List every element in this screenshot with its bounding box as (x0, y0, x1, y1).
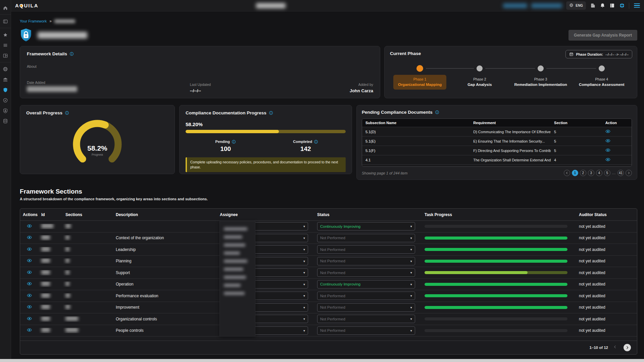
chevron-down-icon: ▾ (410, 236, 412, 240)
section-row: Context of the organization▾Not Performe… (20, 232, 637, 244)
sidebar-divider (0, 14, 11, 15)
next-page-button[interactable] (624, 344, 631, 351)
sidebar-item-bank-icon[interactable] (3, 76, 8, 82)
pagination-page-5[interactable]: 5 (604, 170, 610, 176)
sidebar-item-compass-icon[interactable] (3, 97, 8, 103)
added-by-block: Added by John Carza (350, 83, 373, 93)
view-section-eye-icon[interactable] (27, 304, 32, 310)
status-select[interactable]: Not Performed▾ (317, 326, 415, 335)
view-document-eye-icon[interactable] (605, 138, 611, 144)
auditor-status: not yet audited (576, 282, 637, 287)
phase-step-4: Phase 4Compliance Assessment (572, 65, 632, 90)
redacted-topbar-link-1[interactable] (503, 3, 527, 8)
sidebar-item-user-shield-icon[interactable] (3, 108, 8, 113)
status-select[interactable]: Not Performed▾ (317, 292, 415, 300)
info-icon[interactable] (314, 140, 318, 144)
view-section-eye-icon[interactable] (27, 316, 32, 321)
completed-value: 142 (266, 145, 346, 153)
info-icon[interactable] (65, 111, 69, 115)
sidebar-item-board-icon[interactable] (3, 53, 8, 58)
redacted-section-id (41, 281, 50, 286)
sidebar-item-shield-icon[interactable] (3, 87, 8, 93)
redacted-section-id (41, 305, 50, 309)
status-select[interactable]: Not Performed▾ (317, 257, 415, 265)
task-progress-bar (425, 248, 567, 251)
status-select[interactable]: Not Performed▾ (317, 234, 415, 242)
view-document-eye-icon[interactable] (605, 166, 611, 167)
info-icon[interactable] (269, 111, 273, 115)
status-select[interactable]: Not Performed▾ (317, 245, 415, 254)
view-section-eye-icon[interactable] (27, 235, 32, 240)
menu-toggle-icon[interactable] (633, 3, 641, 9)
sections-table-header: ActionsIdSectionsDescriptionAssigneeStat… (20, 209, 637, 221)
view-document-eye-icon[interactable] (605, 157, 611, 162)
bottom-scrollbar[interactable] (0, 359, 644, 362)
pagination-page-41[interactable]: 41 (617, 170, 624, 176)
cards-row-1: Framework Details About Date Added Last … (20, 46, 637, 98)
view-document-eye-icon[interactable] (605, 129, 611, 134)
brand-prefix: A (15, 3, 19, 8)
phase-dot (599, 65, 605, 71)
language-selector[interactable]: ENG (566, 1, 586, 10)
chevron-right-icon (625, 345, 630, 350)
phase-stepper: Phase 1Organizational MappingPhase 2Gap … (390, 65, 632, 90)
sidebar-item-globe-icon[interactable] (3, 66, 8, 72)
pagination-next-icon[interactable] (626, 170, 632, 176)
section-row: Leadership▾Not Performed▾not yet audited (20, 244, 637, 256)
status-select[interactable]: Not Performed▾ (317, 303, 415, 312)
section-number: 7 (551, 166, 602, 167)
subsection-name: 5.1(E) (362, 138, 470, 145)
sections-col-sections: Sections (63, 212, 113, 217)
status-select[interactable]: Continuously Improving▾ (317, 280, 415, 289)
section-row: Planning▾Not Performed▾not yet audited (20, 256, 637, 267)
notifications-icon[interactable] (600, 3, 605, 8)
info-icon[interactable] (435, 110, 439, 114)
pending-docs-table: Subsection NameRequirementSectionAction … (362, 118, 632, 167)
view-document-eye-icon[interactable] (605, 148, 611, 153)
section-description: Improvement (113, 305, 217, 310)
view-section-eye-icon[interactable] (27, 293, 32, 298)
sections-col-assignee: Assignee (217, 212, 314, 217)
sidebar-item-star-icon[interactable] (3, 32, 8, 38)
rows-range-label: 1–10 of 12 (589, 346, 608, 350)
support-icon[interactable] (619, 3, 625, 8)
docs-icon[interactable] (609, 3, 615, 8)
sidebar-item-panel-icon[interactable] (3, 18, 8, 24)
subsection-name: 5.1(D) (362, 128, 470, 136)
view-section-eye-icon[interactable] (27, 281, 32, 287)
redacted-section-id (41, 328, 50, 332)
phase-dot (416, 65, 423, 72)
info-icon[interactable] (69, 52, 74, 56)
topbar: AQUILA ENG (11, 0, 644, 11)
phase-title: Remediation Implementation (514, 83, 567, 87)
organization-icon[interactable] (590, 3, 596, 8)
view-section-eye-icon[interactable] (27, 223, 32, 229)
status-select[interactable]: Not Performed▾ (317, 315, 415, 323)
auditor-status: not yet audited (576, 317, 637, 321)
status-select[interactable]: Not Performed▾ (317, 268, 415, 277)
pagination-page-2[interactable]: 2 (580, 170, 586, 176)
generate-gap-analysis-report-button[interactable]: Generate Gap Analysis Report (568, 30, 637, 41)
sidebar-item-home-icon[interactable] (3, 5, 8, 11)
status-value: Not Performed (320, 248, 345, 252)
pagination-page-1[interactable]: 1 (572, 170, 578, 176)
sidebar-item-menu-icon[interactable] (3, 42, 8, 48)
redacted-topbar-link-2[interactable] (531, 3, 562, 8)
info-icon[interactable] (232, 140, 236, 144)
brand-suffix: UILA (24, 3, 39, 8)
status-select[interactable]: Continuously Improving▾ (317, 222, 415, 230)
prev-page-icon[interactable] (613, 345, 619, 351)
view-section-eye-icon[interactable] (27, 247, 32, 252)
cards-row-2: Overall Progress 58.2% Progress (20, 105, 637, 180)
redacted-dropdown-option (224, 292, 245, 295)
page-header: Generate Gap Analysis Report (20, 28, 637, 42)
view-section-eye-icon[interactable] (27, 258, 32, 263)
pagination-page-4[interactable]: 4 (596, 170, 602, 176)
pending-doc-row: 7.4(A)A) On What To Communicate;7 (362, 164, 632, 167)
pagination-page-3[interactable]: 3 (588, 170, 594, 176)
view-section-eye-icon[interactable] (27, 270, 32, 275)
pagination-prev-icon[interactable] (564, 170, 570, 176)
breadcrumb-root[interactable]: Your Framework (20, 19, 47, 23)
sidebar-item-database-icon[interactable] (3, 118, 8, 124)
view-section-eye-icon[interactable] (27, 327, 32, 333)
